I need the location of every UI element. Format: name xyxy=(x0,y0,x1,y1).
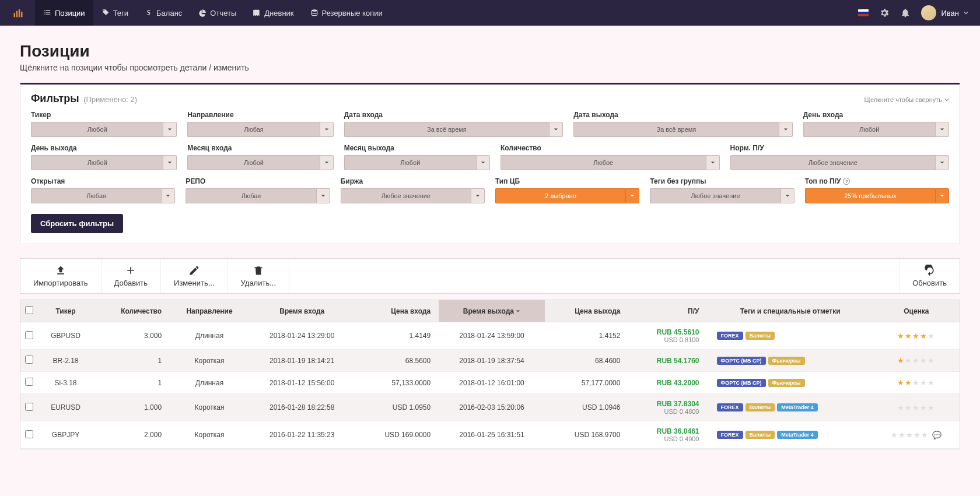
tag[interactable]: Валюты xyxy=(746,431,775,439)
import-button[interactable]: Импортировать xyxy=(20,259,102,293)
cell-price-out: 68.4600 xyxy=(545,350,629,372)
filter-select-date_in[interactable]: За всё время xyxy=(344,122,564,137)
tag[interactable]: ФОРТС (МБ СР) xyxy=(717,379,766,387)
filter-select-exchange[interactable]: Любое значение xyxy=(341,188,485,203)
rating-stars[interactable]: ★★★★★ xyxy=(897,356,935,365)
row-checkbox[interactable] xyxy=(25,356,33,364)
cell-price-in: 1.4149 xyxy=(355,322,439,350)
rating-stars[interactable]: ★★★★★ xyxy=(897,332,935,340)
rating-stars[interactable]: ★★★★★ xyxy=(897,378,935,387)
filter-select-ticker[interactable]: Любой xyxy=(31,122,177,137)
filter-label: Тикер xyxy=(31,111,177,119)
filter-select-qty[interactable]: Любое xyxy=(501,155,720,170)
cell-pl: RUB 43.2000 xyxy=(628,372,707,394)
tag[interactable]: FOREX xyxy=(717,403,743,411)
nav-Теги[interactable]: Теги xyxy=(93,0,136,26)
comment-icon[interactable]: 💬 xyxy=(932,431,942,439)
filter-day_out: День выходаЛюбой xyxy=(31,144,177,170)
toolbar: Импортировать Добавить Изменить... Удали… xyxy=(20,258,960,294)
cell-rating: ★★★★★ xyxy=(873,322,960,350)
tag[interactable]: Фьючерсы xyxy=(768,379,805,387)
settings-icon[interactable] xyxy=(879,8,890,18)
bell-icon[interactable] xyxy=(900,8,911,18)
delete-button[interactable]: Удалить... xyxy=(228,259,289,293)
nav-Резервные копии[interactable]: Резервные копии xyxy=(302,0,391,26)
rating-stars[interactable]: ★★★★★💬 xyxy=(891,431,942,439)
filters-collapse-toggle[interactable]: Щелкните чтобы свернуть xyxy=(864,96,949,103)
table-row[interactable]: Si-3.181Длинная2018-01-12 15:56:0057,133… xyxy=(20,372,960,394)
table-row[interactable]: EURUSD1,000Короткая2016-01-28 18:22:58US… xyxy=(20,394,960,421)
edit-icon xyxy=(188,265,200,276)
nav-Отчеты[interactable]: Отчеты xyxy=(190,0,244,26)
cell-pl: RUB 45.5610USD 0.8100 xyxy=(628,322,707,350)
filter-select-norm_pl[interactable]: Любое значение xyxy=(730,155,950,170)
col-ticker[interactable]: Тикер xyxy=(38,300,93,322)
page-title: Позиции xyxy=(20,42,960,61)
refresh-button[interactable]: Обновить xyxy=(899,259,960,293)
col-pl[interactable]: П/У xyxy=(628,300,707,322)
edit-button[interactable]: Изменить... xyxy=(161,259,228,293)
tag[interactable]: MetaTrader 4 xyxy=(777,431,818,439)
col-price-in[interactable]: Цена входа xyxy=(355,300,439,322)
filter-select-day_out[interactable]: Любой xyxy=(31,155,177,170)
cell-pl: RUB 36.0461USD 0.4900 xyxy=(628,421,707,449)
col-price-out[interactable]: Цена выхода xyxy=(545,300,629,322)
filter-open: ОткрытаяЛюбая xyxy=(31,177,175,203)
filter-select-sec_type[interactable]: 2 выбрано xyxy=(495,188,639,203)
tag[interactable]: Валюты xyxy=(746,332,775,340)
tag[interactable]: Валюты xyxy=(746,403,775,411)
tag[interactable]: FOREX xyxy=(717,332,743,340)
tag[interactable]: ФОРТС (МБ СР) xyxy=(717,357,766,365)
filter-select-open[interactable]: Любая xyxy=(31,188,175,203)
filter-select-direction[interactable]: Любая xyxy=(187,122,333,137)
cell-ticker: Si-3.18 xyxy=(38,372,93,394)
col-time-out[interactable]: Время выхода xyxy=(439,300,545,322)
chevron-down-icon xyxy=(964,10,968,15)
cell-time-in: 2016-01-22 11:35:23 xyxy=(249,421,355,449)
filter-select-top_pl[interactable]: 25% прибыльных xyxy=(805,188,949,203)
info-icon[interactable]: ? xyxy=(843,178,850,185)
rating-stars[interactable]: ★★★★★ xyxy=(897,403,935,412)
col-time-in[interactable]: Время входа xyxy=(249,300,355,322)
filter-select-tags_nogroup[interactable]: Любое значение xyxy=(650,188,794,203)
tag[interactable]: FOREX xyxy=(717,431,743,439)
language-flag[interactable] xyxy=(858,9,869,16)
col-tags[interactable]: Теги и специальные отметки xyxy=(708,300,873,322)
app-logo[interactable] xyxy=(9,4,27,22)
filter-select-month_out[interactable]: Любой xyxy=(344,155,490,170)
col-qty[interactable]: Количество xyxy=(93,300,170,322)
filter-select-repo[interactable]: Любая xyxy=(186,188,330,203)
cell-pl: RUB 54.1760 xyxy=(628,350,707,372)
add-button[interactable]: Добавить xyxy=(102,259,161,293)
reset-filters-button[interactable]: Сбросить фильтры xyxy=(31,214,123,233)
table-row[interactable]: GBPJPY2,000Короткая2016-01-22 11:35:23US… xyxy=(20,421,960,449)
user-menu[interactable]: Иван xyxy=(921,5,968,20)
row-checkbox[interactable] xyxy=(25,378,33,386)
select-all-checkbox[interactable] xyxy=(25,306,33,314)
filter-select-date_out[interactable]: За всё время xyxy=(573,122,793,137)
filter-select-day_in[interactable]: Любой xyxy=(803,122,949,137)
filter-label: Тип ЦБ xyxy=(495,177,639,185)
nav-Баланс[interactable]: Баланс xyxy=(136,0,190,26)
tag[interactable]: MetaTrader 4 xyxy=(777,403,818,411)
tag[interactable]: Фьючерсы xyxy=(768,357,805,365)
row-checkbox[interactable] xyxy=(25,331,33,339)
col-direction[interactable]: Направление xyxy=(170,300,249,322)
cell-direction: Короткая xyxy=(170,421,249,449)
cell-time-out: 2016-01-25 16:31:51 xyxy=(439,421,545,449)
chevron-down-icon xyxy=(780,188,794,203)
nav-Позиции[interactable]: Позиции xyxy=(35,0,93,26)
filter-label: Норм. П/У xyxy=(730,144,950,152)
table-row[interactable]: BR-2.181Короткая2018-01-19 18:14:2168.56… xyxy=(20,350,960,372)
row-checkbox[interactable] xyxy=(25,430,33,438)
table-row[interactable]: GBPUSD3,000Длинная2018-01-24 13:29:001.4… xyxy=(20,322,960,350)
row-checkbox[interactable] xyxy=(25,403,33,411)
positions-table-panel: Тикер Количество Направление Время входа… xyxy=(20,300,960,449)
filter-month_in: Месяц входаЛюбой xyxy=(187,144,333,170)
nav-Дневник[interactable]: Дневник xyxy=(244,0,302,26)
filters-title: Фильтры xyxy=(31,93,79,104)
col-rating[interactable]: Оценка xyxy=(873,300,960,322)
filter-label: Топ по П/У? xyxy=(805,177,949,185)
filter-select-month_in[interactable]: Любой xyxy=(187,155,333,170)
avatar xyxy=(921,5,936,20)
